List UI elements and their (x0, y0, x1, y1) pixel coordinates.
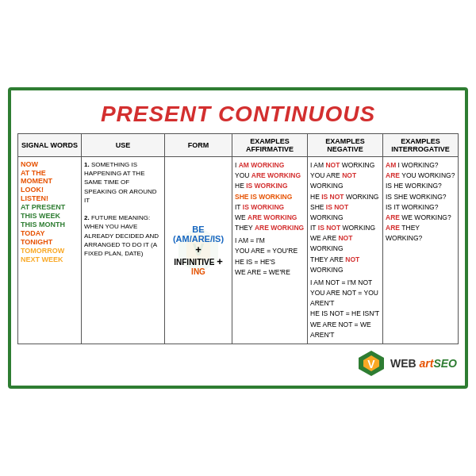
sw-tonight: TONIGHT (21, 238, 79, 246)
aff-contr-1: I AM = I'M (235, 236, 305, 246)
aff-line-1: I AM WORKING (235, 160, 305, 171)
neg-line-5: IT IS NOT WORKING (310, 223, 380, 233)
neg-line-3: HE IS NOT WORKING (310, 192, 380, 202)
int-line-5: IS IT WORKING? (386, 202, 455, 213)
svg-text:V: V (367, 358, 375, 370)
col-negative: EXAMPLESNEGATIVE (308, 134, 383, 157)
form-be: BE (AM/ARE/IS) (167, 225, 229, 244)
sw-listen: LISTEN! (21, 194, 79, 202)
neg-line-6: WE ARE NOT WORKING (310, 233, 380, 254)
logo-icon: V (357, 349, 386, 378)
aff-line-7: THEY ARE WORKING (235, 223, 305, 233)
neg-line-7: THEY ARE NOT WORKING (310, 255, 380, 275)
main-container: PRESENT CONTINUOUS SIGNAL WORDS USE FORM… (8, 87, 468, 389)
logo-text: WEB artSEO (390, 357, 457, 370)
sw-today: TODAY (21, 229, 79, 237)
sw-at-the-moment: AT THE MOMENT (21, 169, 79, 185)
aff-contr-3: HE IS = HE'S (235, 257, 305, 267)
grammar-table: SIGNAL WORDS USE FORM EXAMPLESAFFIRMATIV… (17, 133, 459, 344)
int-line-4: IS SHE WORKING? (386, 192, 455, 202)
sw-tomorrow: TOMORROW (21, 247, 79, 255)
col-use: USE (82, 134, 165, 157)
neg-line-4: SHE IS NOT WORKING (310, 202, 380, 223)
sw-look: LOOK! (21, 186, 79, 194)
neg-contr-2: YOU ARE NOT = YOU AREN'T (310, 288, 380, 309)
int-line-2: ARE YOU WORKING? (386, 171, 455, 181)
affirmative-cell: I AM WORKING YOU ARE WORKING HE IS WORKI… (232, 157, 308, 344)
interrogative-cell: AM I WORKING? ARE YOU WORKING? IS HE WOR… (383, 157, 459, 344)
aff-line-5: IT IS WORKING (235, 202, 305, 213)
title-bar: PRESENT CONTINUOUS (17, 97, 459, 133)
col-form: FORM (165, 134, 232, 157)
neg-contr-4: WE ARE NOT = WE AREN'T (310, 320, 380, 340)
neg-contr-1: I AM NOT = I'M NOT (310, 278, 380, 288)
logo-web: WEB (390, 357, 420, 370)
logo-art: art (420, 357, 434, 370)
neg-line-1: I AM NOT WORKING (310, 160, 380, 171)
aff-line-4: SHE IS WORKING (235, 192, 305, 202)
sw-this-week: THIS WEEK (21, 212, 79, 220)
int-line-3: IS HE WORKING? (386, 181, 455, 191)
use-text: 1. SOMETHING IS HAPPENING AT THE SAME TI… (84, 160, 162, 258)
col-interrogative: EXAMPLESINTERROGATIVE (383, 134, 459, 157)
signal-words-cell: NOW AT THE MOMENT LOOK! LISTEN! AT PRESE… (18, 157, 82, 344)
form-infinitive: INFINITIVE + ING (167, 255, 229, 276)
form-plus: + (167, 244, 229, 255)
use-cell: 1. SOMETHING IS HAPPENING AT THE SAME TI… (82, 157, 165, 344)
form-cell: V BE (AM/ARE/IS) + INFINITIVE + ING (165, 157, 232, 344)
logo-seo: SEO (433, 357, 457, 370)
aff-contr-4: WE ARE = WE'RE (235, 267, 305, 278)
aff-line-3: HE IS WORKING (235, 181, 305, 191)
sw-now: NOW (21, 160, 79, 168)
neg-line-2: YOU ARE NOT WORKING (310, 171, 380, 191)
sw-this-month: THIS MONTH (21, 221, 79, 228)
aff-line-6: WE ARE WORKING (235, 213, 305, 223)
aff-contr-2: YOU ARE = YOU'RE (235, 246, 305, 256)
logo: V WEB artSEO (357, 349, 457, 378)
int-line-1: AM I WORKING? (386, 160, 455, 171)
page-title: PRESENT CONTINUOUS (19, 102, 457, 127)
signal-words-list: NOW AT THE MOMENT LOOK! LISTEN! AT PRESE… (21, 160, 79, 263)
int-line-7: ARE THEY WORKING? (386, 223, 455, 244)
sw-at-present: AT PRESENT (21, 203, 79, 211)
col-signal: SIGNAL WORDS (18, 134, 82, 157)
negative-cell: I AM NOT WORKING YOU ARE NOT WORKING HE … (308, 157, 383, 344)
footer: V WEB artSEO (17, 344, 459, 379)
int-line-6: ARE WE WORKING? (386, 213, 455, 223)
neg-contr-3: HE IS NOT = HE ISN'T (310, 309, 380, 319)
aff-line-2: YOU ARE WORKING (235, 171, 305, 181)
col-affirmative: EXAMPLESAFFIRMATIVE (232, 134, 308, 157)
sw-next-week: NEXT WEEK (21, 255, 79, 263)
